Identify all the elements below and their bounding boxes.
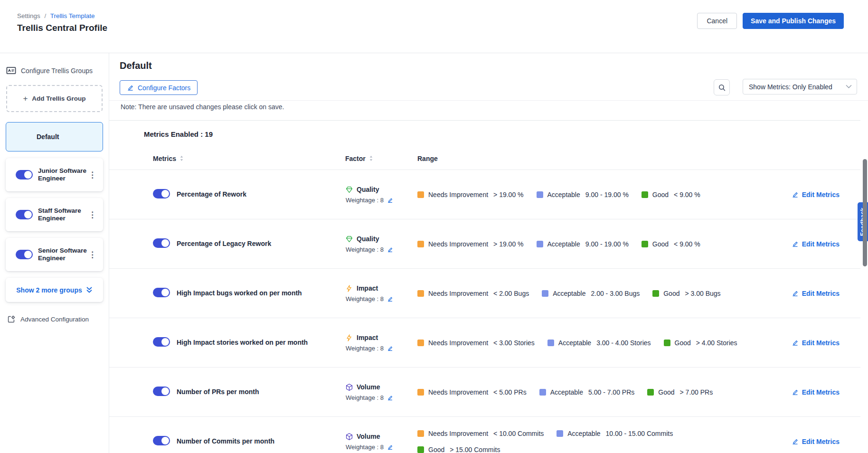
metric-enabled-toggle[interactable] <box>153 337 170 347</box>
metric-toggle-cell <box>153 387 177 398</box>
edit-weightage-icon[interactable] <box>387 444 393 450</box>
range-value: 9.00 - 19.00 % <box>585 240 629 248</box>
range-value: < 9.00 % <box>674 191 700 198</box>
range-label: Good <box>428 446 444 453</box>
range-value: > 4.00 Stories <box>696 339 737 347</box>
quality-icon <box>345 186 353 194</box>
column-label-factor: Factor <box>345 155 366 162</box>
metric-name: High Impact stories worked on per month <box>177 338 345 347</box>
range-color-swatch <box>417 446 424 453</box>
range-color-swatch <box>417 340 424 346</box>
impact-icon <box>345 334 353 342</box>
edit-metrics-link[interactable]: Edit Metrics <box>792 191 860 198</box>
group-name: Senior Software Engineer <box>38 247 87 262</box>
kebab-menu-icon[interactable]: ⋮ <box>87 209 97 221</box>
metric-enabled-toggle[interactable] <box>153 238 170 248</box>
group-enabled-toggle[interactable] <box>16 250 33 259</box>
edit-metrics-label: Edit Metrics <box>802 438 840 445</box>
cancel-button[interactable]: Cancel <box>697 13 737 29</box>
metric-row: Number of Commits per month Volume Weigh… <box>109 416 860 453</box>
app-header: Settings / Trellis Template Trellis Cent… <box>0 0 868 53</box>
sidebar-group-card[interactable]: Junior Software Engineer ⋮ <box>6 158 103 191</box>
edit-weightage-icon[interactable] <box>387 197 393 203</box>
edit-weightage-icon[interactable] <box>387 345 393 351</box>
range-label: Acceptable <box>558 339 591 347</box>
range-color-swatch <box>664 340 670 346</box>
sidebar-section-header: Configure Trellis Groups <box>6 66 109 76</box>
sidebar-group-card[interactable]: Senior Software Engineer ⋮ <box>6 238 103 271</box>
metric-row: Percentage of Rework Quality Weightage :… <box>109 170 860 219</box>
range-color-swatch <box>537 241 543 247</box>
range-label: Needs Improvement <box>428 430 488 437</box>
kebab-menu-icon[interactable]: ⋮ <box>87 249 97 261</box>
range-value: > 15.00 Commits <box>450 446 500 453</box>
vertical-scrollbar[interactable] <box>863 159 867 266</box>
breadcrumb-trellis-template[interactable]: Trellis Template <box>50 12 95 19</box>
range-label: Good <box>675 339 691 347</box>
metric-enabled-toggle[interactable] <box>153 387 170 396</box>
sidebar-group-list: Junior Software Engineer ⋮ Staff Softwar… <box>0 158 109 271</box>
configure-factors-button[interactable]: Configure Factors <box>120 80 198 95</box>
toolbar-divider <box>109 100 868 101</box>
metric-enabled-toggle[interactable] <box>153 288 170 297</box>
sidebar-group-card[interactable]: Staff Software Engineer ⋮ <box>6 198 103 231</box>
breadcrumb-separator: / <box>45 12 47 19</box>
range-cell: Needs Improvement > 19.00 % Acceptable 9… <box>417 240 750 248</box>
range-chip: Good > 4.00 Stories <box>664 339 737 347</box>
metric-enabled-toggle[interactable] <box>153 436 170 445</box>
save-publish-button[interactable]: Save and Publish Changes <box>743 13 844 29</box>
range-chip: Good > 3.00 Bugs <box>652 290 720 297</box>
metric-name: Number of Commits per month <box>177 437 345 445</box>
edit-weightage-icon[interactable] <box>387 296 393 302</box>
metrics-enabled-count: Metrics Enabled : 19 <box>109 121 860 147</box>
range-color-swatch <box>557 430 563 437</box>
show-metrics-dropdown-value: Show Metrics: Only Enabled <box>749 83 832 91</box>
range-label: Good <box>663 290 679 297</box>
range-chip: Acceptable 2.00 - 3.00 Bugs <box>542 290 640 297</box>
search-button[interactable] <box>714 79 730 95</box>
range-value: < 2.00 Bugs <box>493 290 529 297</box>
range-label: Good <box>658 388 674 396</box>
range-color-swatch <box>537 191 543 198</box>
factor-cell: Volume Weightage : 8 <box>345 433 417 451</box>
chevron-down-icon <box>846 85 852 89</box>
default-group-label: Default <box>37 133 59 141</box>
quality-icon <box>345 235 353 243</box>
range-chip: Acceptable 5.00 - 7.00 PRs <box>539 388 635 396</box>
breadcrumb-settings[interactable]: Settings <box>17 12 40 19</box>
weightage-label: Weightage : 8 <box>346 444 384 451</box>
search-icon <box>718 84 726 92</box>
column-header-factor[interactable]: Factor <box>345 155 417 162</box>
group-enabled-toggle[interactable] <box>16 170 33 179</box>
edit-metrics-link[interactable]: Edit Metrics <box>792 290 860 297</box>
range-label: Needs Improvement <box>428 339 488 347</box>
edit-metrics-link[interactable]: Edit Metrics <box>792 240 860 248</box>
metric-toggle-cell <box>153 238 177 250</box>
range-label: Acceptable <box>547 191 580 198</box>
add-trellis-group-button[interactable]: + Add Trellis Group <box>6 85 103 112</box>
metric-toggle-cell <box>153 337 177 349</box>
show-more-groups-button[interactable]: Show 2 more groups <box>6 278 103 302</box>
edit-pencil-icon <box>792 240 799 247</box>
unsaved-changes-note: Note: There are unsaved changes please c… <box>121 103 284 111</box>
edit-metrics-link[interactable]: Edit Metrics <box>792 388 860 396</box>
range-color-swatch <box>547 340 554 346</box>
range-label: Needs Improvement <box>428 240 488 248</box>
metric-toggle-cell <box>153 288 177 299</box>
show-metrics-dropdown[interactable]: Show Metrics: Only Enabled <box>743 79 857 94</box>
metric-row: High Impact stories worked on per month … <box>109 318 860 367</box>
column-header-metrics[interactable]: Metrics <box>153 155 345 162</box>
advanced-configuration-link[interactable]: Advanced Configuration <box>7 315 109 324</box>
group-enabled-toggle[interactable] <box>16 210 33 219</box>
sidebar-item-default[interactable]: Default <box>6 122 103 151</box>
edit-weightage-icon[interactable] <box>387 246 393 253</box>
edit-metrics-label: Edit Metrics <box>802 191 840 198</box>
edit-weightage-icon[interactable] <box>387 395 393 401</box>
metric-enabled-toggle[interactable] <box>153 189 170 198</box>
range-chip: Good < 9.00 % <box>642 191 700 198</box>
edit-metrics-label: Edit Metrics <box>802 290 840 297</box>
kebab-menu-icon[interactable]: ⋮ <box>87 169 97 181</box>
edit-metrics-link[interactable]: Edit Metrics <box>792 438 860 445</box>
factor-cell: Quality Weightage : 8 <box>345 235 417 253</box>
edit-metrics-link[interactable]: Edit Metrics <box>792 339 860 347</box>
